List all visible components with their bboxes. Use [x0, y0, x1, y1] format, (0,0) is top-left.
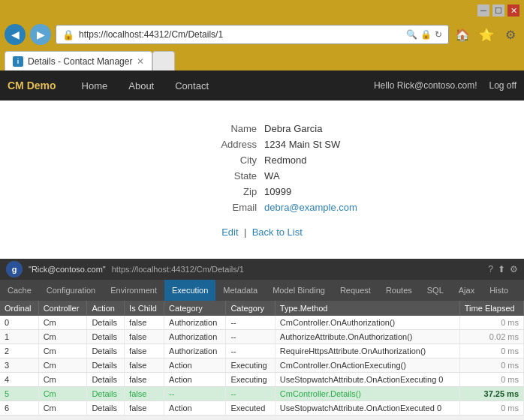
- zip-label: Zip: [167, 186, 257, 197]
- tab-routes[interactable]: Routes: [378, 280, 420, 301]
- cell-6-5: Executed: [226, 401, 275, 416]
- back-to-list-link[interactable]: Back to List: [252, 226, 303, 238]
- cell-5-4: --: [164, 387, 226, 401]
- table-row: 5CmDetailsfalse----CmController.Details(…: [0, 387, 524, 401]
- tab-request[interactable]: Request: [333, 280, 378, 301]
- tab-sql[interactable]: SQL: [420, 280, 451, 301]
- table-row: 0CmDetailsfalseAuthorization--CmControll…: [0, 316, 524, 330]
- nav-logout[interactable]: Log off: [489, 80, 516, 91]
- nav-contact[interactable]: Contact: [164, 74, 219, 98]
- col-controller: Controller: [38, 301, 87, 316]
- cell-2-6: RequireHttpsAttribute.OnAuthorization(): [275, 344, 459, 358]
- name-label: Name: [167, 123, 257, 134]
- cell-0-5: --: [226, 316, 275, 330]
- tab-execution[interactable]: Execution: [164, 280, 215, 301]
- favorites-icon[interactable]: ⭐: [477, 26, 495, 44]
- tab-ajax[interactable]: Ajax: [451, 280, 482, 301]
- cell-5-2: Details: [87, 387, 125, 401]
- address-url: https://localhost:44312/Cm/Details/1: [79, 29, 402, 40]
- cell-3-1: Cm: [38, 358, 87, 373]
- cell-3-4: Action: [164, 358, 226, 373]
- back-button[interactable]: ◀: [5, 24, 26, 45]
- cell-0-1: Cm: [38, 316, 87, 330]
- address-bar[interactable]: 🔒 https://localhost:44312/Cm/Details/1 🔍…: [56, 25, 449, 44]
- cell-4-6: UseStopwatchAttribute.OnActionExecuting …: [275, 373, 459, 387]
- detail-table: Name Debra Garcia Address 1234 Main St S…: [152, 116, 372, 220]
- tab-history[interactable]: Histo: [482, 280, 516, 301]
- cell-0-6: CmController.OnAuthorization(): [275, 316, 459, 330]
- cell-1-4: Authorization: [164, 330, 226, 344]
- cell-1-3: false: [125, 330, 164, 344]
- glimpse-user: "Rick@contoso.com": [29, 265, 106, 274]
- nav-about[interactable]: About: [118, 74, 164, 98]
- table-row: 3CmDetailsfalseActionExecutingCmControll…: [0, 358, 524, 373]
- minimize-button[interactable]: ─: [477, 4, 489, 16]
- app-brand[interactable]: CM Demo: [8, 80, 56, 92]
- expand-icon[interactable]: ⬆: [498, 264, 505, 274]
- cell-6-4: Action: [164, 401, 226, 416]
- cell-5-1: Cm: [38, 387, 87, 401]
- cell-1-6: AuthorizeAttribute.OnAuthorization(): [275, 330, 459, 344]
- glimpse-settings-icon[interactable]: ⚙: [510, 264, 518, 274]
- execution-table: Ordinal Controller Action Is Child Categ…: [0, 301, 524, 416]
- edit-link[interactable]: Edit: [221, 226, 238, 238]
- title-bar: ─ ☐ ✕: [0, 0, 524, 21]
- close-button[interactable]: ✕: [507, 4, 519, 16]
- browser-nav-bar: ◀ ▶ 🔒 https://localhost:44312/Cm/Details…: [0, 21, 524, 48]
- cell-5-0: 5: [0, 387, 38, 401]
- cell-4-3: false: [125, 373, 164, 387]
- nav-home[interactable]: Home: [71, 74, 119, 98]
- content-area: Name Debra Garcia Address 1234 Main St S…: [0, 100, 524, 259]
- cell-0-3: false: [125, 316, 164, 330]
- col-action: Action: [87, 301, 125, 316]
- cell-2-0: 2: [0, 344, 38, 358]
- cell-0-7: 0 ms: [459, 316, 523, 330]
- search-icon[interactable]: 🔍: [406, 29, 417, 40]
- address-value: 1234 Main St SW: [264, 139, 357, 150]
- table-header-row: Ordinal Controller Action Is Child Categ…: [0, 301, 524, 316]
- cell-0-0: 0: [0, 316, 38, 330]
- glimpse-url: https://localhost:44312/Cm/Details/1: [112, 265, 483, 274]
- cell-1-5: --: [226, 330, 275, 344]
- action-links: Edit | Back to List: [206, 220, 318, 244]
- tab-cache[interactable]: Cache: [0, 280, 39, 301]
- home-icon[interactable]: 🏠: [453, 26, 471, 44]
- city-value: Redmond: [264, 154, 357, 166]
- cell-6-1: Cm: [38, 401, 87, 416]
- tab-favicon: i: [13, 56, 23, 67]
- cell-1-1: Cm: [38, 330, 87, 344]
- browser-chrome: ─ ☐ ✕ ◀ ▶ 🔒 https://localhost:44312/Cm/D…: [0, 0, 524, 70]
- browser-actions: 🏠 ⭐ ⚙: [453, 26, 519, 44]
- forward-button[interactable]: ▶: [30, 24, 51, 45]
- tab-close-button[interactable]: ✕: [137, 56, 144, 67]
- tab-metadata[interactable]: Metadata: [215, 280, 265, 301]
- new-tab[interactable]: [152, 51, 175, 70]
- zip-value: 10999: [264, 186, 357, 197]
- cell-2-7: 0 ms: [459, 344, 523, 358]
- settings-icon[interactable]: ⚙: [501, 26, 519, 44]
- active-tab[interactable]: i Details - Contact Manager ✕: [5, 51, 152, 70]
- cell-2-2: Details: [87, 344, 125, 358]
- tab-environment[interactable]: Environment: [103, 280, 164, 301]
- cell-5-6: CmController.Details(): [275, 387, 459, 401]
- cell-4-5: Executing: [226, 373, 275, 387]
- email-link[interactable]: debra@example.com: [264, 202, 357, 213]
- tab-configuration[interactable]: Configuration: [39, 280, 103, 301]
- cell-3-2: Details: [87, 358, 125, 373]
- cell-6-7: 0 ms: [459, 401, 523, 416]
- address-icons: 🔍 🔒 ↻: [406, 29, 442, 40]
- address-label: Address: [167, 139, 257, 150]
- tab-model-binding[interactable]: Model Binding: [265, 280, 333, 301]
- cell-0-4: Authorization: [164, 316, 226, 330]
- state-value: WA: [264, 170, 357, 182]
- cell-6-0: 6: [0, 401, 38, 416]
- cell-3-7: 0 ms: [459, 358, 523, 373]
- cell-4-1: Cm: [38, 373, 87, 387]
- cell-5-5: --: [226, 387, 275, 401]
- glimpse-icons: ? ⬆ ⚙: [488, 264, 518, 274]
- maximize-button[interactable]: ☐: [492, 4, 504, 16]
- help-icon[interactable]: ?: [488, 264, 493, 274]
- cell-3-5: Executing: [226, 358, 275, 373]
- cell-1-0: 1: [0, 330, 38, 344]
- refresh-icon[interactable]: ↻: [435, 29, 442, 40]
